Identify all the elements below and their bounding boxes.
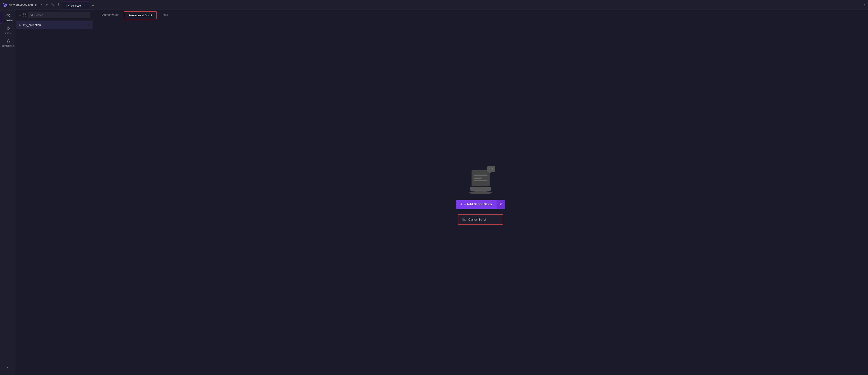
robot-base (469, 191, 492, 194)
speech-dot-1 (489, 169, 490, 169)
workspace-chevron[interactable]: ∨ (40, 3, 42, 6)
svg-point-5 (7, 41, 8, 42)
icon-sidebar: collection replay environ (0, 9, 16, 375)
speech-bubble (487, 166, 495, 172)
add-script-plus-icon: + (460, 202, 462, 206)
robot-screen (471, 170, 490, 186)
svg-point-13 (31, 14, 33, 16)
custom-script-label: CustomScript (468, 218, 486, 221)
add-script-dropdown-button[interactable]: ∨ (497, 200, 505, 209)
collection-icon (6, 13, 10, 18)
svg-rect-12 (25, 15, 26, 16)
svg-rect-11 (23, 15, 24, 16)
tabs-area: my_collection × + (60, 0, 863, 9)
item-more-btn[interactable]: ⋮ (87, 23, 90, 27)
svg-rect-9 (23, 13, 24, 15)
edit-icon[interactable]: ✎ (51, 2, 54, 7)
main-tab[interactable]: my_collection × (62, 2, 89, 9)
robot-line-2 (474, 177, 482, 179)
collapse-sidebar-icon: < (7, 366, 9, 370)
top-bar-actions: + ✎ ⇧ (46, 2, 60, 7)
sidebar-item-environment[interactable]: environment (1, 37, 16, 49)
add-collection-icon[interactable]: + (19, 13, 21, 17)
svg-point-4 (8, 39, 9, 41)
sub-tabs: Authorization Pre-request Script Tests (93, 9, 868, 20)
upload-icon[interactable]: ⇧ (57, 2, 60, 7)
svg-rect-15 (463, 218, 466, 221)
workspace-selector[interactable]: My workspace (Admin) ∨ (3, 3, 42, 7)
main-content: Authorization Pre-request Script Tests (93, 9, 868, 375)
svg-line-7 (7, 41, 8, 41)
search-icon (31, 13, 33, 17)
search-box (28, 12, 90, 18)
svg-line-14 (32, 16, 33, 16)
tab-tests[interactable]: Tests (157, 10, 173, 20)
layout-icon[interactable] (23, 13, 26, 17)
collection-panel: + ▶ (16, 9, 93, 375)
sidebar-item-replay[interactable]: replay (1, 24, 16, 36)
svg-rect-10 (25, 13, 26, 15)
new-tab-button[interactable]: + (89, 2, 96, 9)
add-script-block-container: + + Add Script Block ∨ (456, 200, 505, 209)
svg-point-1 (4, 4, 5, 5)
collection-list: ▶ my_collection ⋮ (16, 21, 93, 375)
robot-line-1 (474, 175, 487, 176)
empty-state-illustration (468, 170, 493, 194)
add-script-label: + Add Script Block (464, 202, 492, 206)
workspace-label: My workspace (Admin) (8, 3, 38, 6)
search-input[interactable] (35, 13, 88, 17)
add-icon[interactable]: + (46, 3, 48, 7)
replay-icon (6, 26, 10, 31)
collection-item-name: my_collection (23, 23, 85, 27)
workspace-icon (3, 3, 7, 7)
sidebar-collapse-btn[interactable]: < (1, 364, 16, 371)
sidebar-bottom: < (1, 364, 16, 375)
add-script-block-button[interactable]: + + Add Script Block (456, 200, 497, 209)
robot-illustration (468, 170, 493, 194)
environment-icon (6, 39, 10, 44)
content-area: + + Add Script Block ∨ CustomScript (93, 20, 868, 375)
collapse-icon[interactable]: ∨ (863, 3, 865, 6)
add-script-chevron-icon: ∨ (500, 202, 502, 206)
collection-label: collection (4, 19, 13, 22)
collection-list-item[interactable]: ▶ my_collection ⋮ (16, 21, 93, 29)
collection-toolbar: + (16, 9, 93, 21)
svg-point-3 (7, 27, 9, 30)
top-bar: My workspace (Admin) ∨ + ✎ ⇧ my_collecti… (0, 0, 868, 9)
speech-dot-2 (491, 169, 492, 169)
sidebar-item-collection[interactable]: collection (1, 12, 16, 24)
tab-label: my_collection (66, 4, 83, 7)
tab-pre-request-script[interactable]: Pre-request Script (124, 11, 157, 19)
item-chevron-icon: ▶ (20, 24, 21, 26)
tab-close-btn[interactable]: × (84, 4, 86, 7)
svg-line-8 (8, 41, 9, 41)
top-bar-right: ∨ (863, 3, 865, 6)
main-layout: collection replay environ (0, 9, 868, 375)
speech-dot-3 (492, 169, 493, 169)
svg-point-6 (9, 41, 10, 42)
svg-point-2 (7, 14, 10, 17)
replay-label: replay (5, 32, 11, 34)
tab-authorization[interactable]: Authorization (98, 10, 124, 20)
custom-script-icon (463, 218, 466, 222)
custom-script-option[interactable]: CustomScript (458, 214, 503, 225)
environment-label: environment (2, 45, 14, 47)
robot-stand (470, 186, 491, 191)
robot-line-3 (474, 180, 487, 181)
